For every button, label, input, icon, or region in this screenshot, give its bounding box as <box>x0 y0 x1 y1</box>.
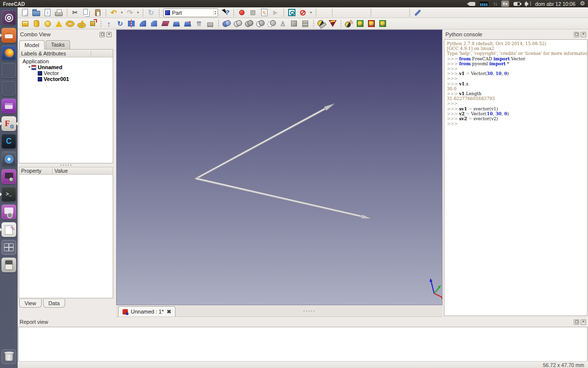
convert-to-solid-icon[interactable]: ♙ <box>277 19 288 28</box>
launcher-item-files[interactable] <box>1 28 16 43</box>
new-document-icon[interactable] <box>20 8 30 18</box>
create-primitives-icon[interactable] <box>76 19 87 28</box>
value-column-header[interactable]: Value <box>52 167 113 174</box>
close-panel-button[interactable]: ✕ <box>581 32 586 37</box>
redo-options-icon[interactable]: ▾ <box>136 10 140 15</box>
draw-style-options-icon[interactable]: ▾ <box>309 10 313 15</box>
section-icon[interactable] <box>266 19 277 28</box>
print-icon[interactable] <box>53 8 64 18</box>
view-right-icon[interactable] <box>357 8 368 18</box>
launcher-item-dash[interactable] <box>1 10 16 25</box>
close-panel-button[interactable]: ✕ <box>106 32 112 37</box>
tab-tasks[interactable]: Tasks <box>46 40 70 49</box>
whats-this-icon[interactable] <box>220 8 231 18</box>
property-table-body[interactable] <box>19 175 113 298</box>
save-document-icon[interactable] <box>42 8 53 18</box>
redo-icon[interactable]: ↷ <box>124 8 135 18</box>
launcher-item-chromium[interactable] <box>1 152 16 166</box>
close-document-icon[interactable]: ✖ <box>167 309 171 315</box>
sphere-icon[interactable] <box>42 19 53 28</box>
tab-view[interactable]: View <box>19 299 42 308</box>
boolean-icon[interactable] <box>221 19 232 28</box>
launcher-item-media-player[interactable] <box>1 258 16 272</box>
clock-icon[interactable]: dom abr 12 10:06 <box>535 0 575 7</box>
copy-icon[interactable] <box>81 8 92 18</box>
check-geometry-icon[interactable] <box>300 19 311 28</box>
paste-icon[interactable] <box>92 8 103 18</box>
property-column-header[interactable]: Property <box>19 167 52 174</box>
open-document-icon[interactable] <box>31 8 42 18</box>
report-view-output[interactable] <box>18 327 588 362</box>
3d-viewport[interactable]: YX <box>116 29 442 305</box>
horizontal-splitter-handle[interactable] <box>303 310 316 312</box>
tab-data[interactable]: Data <box>43 299 65 308</box>
intersection-icon[interactable] <box>255 19 266 28</box>
macro-play-icon[interactable]: ▶ <box>270 8 281 18</box>
python-console-output[interactable]: Python 2.7.8 (default, Oct 20 2014, 15:0… <box>444 39 588 316</box>
launcher-item-freecad[interactable] <box>1 116 16 131</box>
document-tab[interactable]: Unnamed : 1* ✖ <box>118 306 175 316</box>
combo-splitter-handle[interactable] <box>18 163 114 167</box>
vector-arrow-v2[interactable] <box>196 104 335 179</box>
loft-icon[interactable] <box>171 19 182 28</box>
offset-icon[interactable]: ⇈ <box>194 19 204 28</box>
refresh-icon[interactable]: ↻ <box>146 8 156 18</box>
tree-item-unnamed[interactable]: ▼Unnamed <box>19 64 113 70</box>
thickness-icon[interactable] <box>205 19 216 28</box>
launcher-item-system-settings[interactable] <box>1 81 16 96</box>
undo-icon[interactable]: ↶ <box>108 8 119 18</box>
view-left-icon[interactable] <box>396 8 407 18</box>
launcher-item-c-app[interactable] <box>1 134 16 149</box>
cone-icon[interactable] <box>53 19 64 28</box>
launcher-item-trash[interactable] <box>1 349 16 364</box>
tree-item-application[interactable]: Application <box>19 58 113 64</box>
launcher-item-text-editor[interactable] <box>1 222 16 237</box>
tree-item-vector001[interactable]: Vector001 <box>19 76 113 82</box>
sweep-icon[interactable] <box>182 19 193 28</box>
launcher-item-cheese[interactable] <box>1 205 16 219</box>
macro-edit-icon[interactable] <box>259 8 270 18</box>
macro-record-icon[interactable] <box>236 8 247 18</box>
view-top-icon[interactable] <box>346 8 357 18</box>
float-panel-button[interactable] <box>99 32 105 37</box>
box-icon[interactable] <box>20 19 30 28</box>
launcher-item-software-center[interactable] <box>1 63 16 78</box>
extrude-icon[interactable]: ↑ <box>103 19 114 28</box>
toggle-measurement-all-icon[interactable] <box>355 19 366 28</box>
view-bottom-icon[interactable] <box>385 8 395 18</box>
launcher-item-purple-console[interactable] <box>1 99 16 113</box>
shape-builder-icon[interactable] <box>87 19 98 28</box>
launcher-item-firefox[interactable] <box>1 46 16 60</box>
measure-linear-icon[interactable] <box>316 19 327 28</box>
torus-icon[interactable] <box>65 19 75 28</box>
workbench-spinner-icon[interactable]: ▴▾ <box>213 10 216 15</box>
system-load-icon[interactable] <box>480 0 489 7</box>
volume-icon[interactable] <box>525 0 531 7</box>
session-gear-icon[interactable]: ⚙ <box>580 0 585 7</box>
view-front-icon[interactable] <box>335 8 345 18</box>
revolve-icon[interactable]: ↻ <box>115 19 125 28</box>
float-panel-button[interactable] <box>574 32 579 37</box>
mirror-icon[interactable] <box>126 19 137 28</box>
union-icon[interactable] <box>244 19 254 28</box>
workbench-selector[interactable]: Part▴▾ <box>163 8 218 17</box>
tab-model[interactable]: Model <box>19 40 45 50</box>
keyboard-layout-icon[interactable]: Es <box>501 0 509 7</box>
expander-icon[interactable]: ▼ <box>27 64 31 70</box>
battery-icon[interactable] <box>514 0 520 7</box>
screen-recorder-icon[interactable] <box>469 0 475 7</box>
chamfer-icon[interactable] <box>148 19 159 28</box>
launcher-item-terminal[interactable] <box>1 187 16 202</box>
launcher-item-webcam-app[interactable] <box>1 169 16 184</box>
toggle-measurement-3d-icon[interactable] <box>366 19 377 28</box>
measure-angular-icon[interactable] <box>327 19 338 28</box>
measure-distance-icon[interactable] <box>412 8 423 18</box>
clear-measurement-icon[interactable] <box>343 19 354 28</box>
view-axonometric-icon[interactable] <box>318 8 329 18</box>
fillet-icon[interactable] <box>137 19 148 28</box>
cut-boolean-icon[interactable] <box>232 19 243 28</box>
macro-stop-icon[interactable] <box>247 8 258 18</box>
vector-arrow-v1[interactable] <box>196 178 372 219</box>
float-panel-button[interactable] <box>574 319 579 325</box>
undo-options-icon[interactable]: ▾ <box>120 10 124 15</box>
